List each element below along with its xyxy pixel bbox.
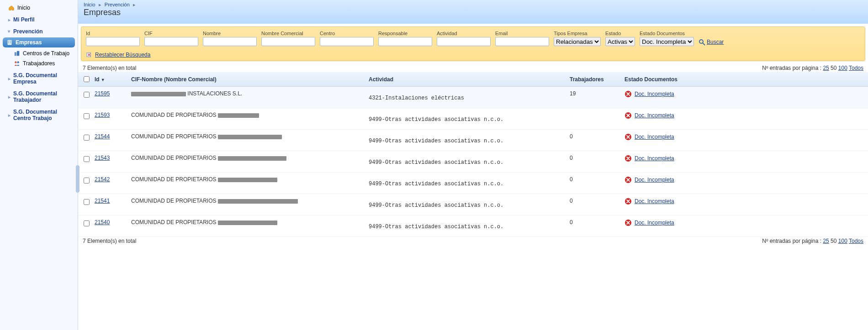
reset-search-link[interactable]: Restablecer Búsqueda — [95, 52, 150, 58]
row-estado-link[interactable]: Doc. Incompleta — [635, 155, 674, 162]
pager-50-b[interactable]: 50 — [831, 238, 836, 244]
error-icon — [625, 133, 632, 141]
row-id-link[interactable]: 21540 — [95, 219, 110, 225]
row-estado-link[interactable]: Doc. Incompleta — [635, 198, 674, 204]
search-estado-select[interactable]: Activas — [605, 37, 635, 46]
pager-todos[interactable]: Todos — [849, 65, 863, 71]
pager-25[interactable]: 25 — [823, 65, 829, 71]
pager-50[interactable]: 50 — [831, 65, 836, 71]
lbl-cif: CIF — [144, 31, 198, 36]
svg-point-9 — [699, 40, 703, 43]
error-icon — [625, 112, 632, 119]
header-trabajadores[interactable]: Trabajadores — [566, 72, 621, 87]
search-button[interactable]: Buscar — [699, 39, 724, 46]
row-checkbox[interactable] — [84, 199, 90, 205]
lbl-centro: Centro — [320, 31, 374, 36]
pager-todos-b[interactable]: Todos — [849, 238, 863, 244]
search-nombre-input[interactable] — [203, 37, 257, 46]
result-count-top: 7 Elemento(s) en total — [83, 65, 136, 71]
pager-label: Nº entradas por página : — [762, 65, 821, 71]
row-estado-link[interactable]: Doc. Incompleta — [635, 91, 674, 97]
svg-rect-11 — [87, 53, 91, 57]
search-estadodocs-select[interactable]: Doc. Incompleta — [640, 37, 694, 46]
search-email-input[interactable] — [495, 37, 549, 46]
row-id-link[interactable]: 21542 — [95, 176, 110, 183]
row-id-link[interactable]: 21544 — [95, 133, 110, 140]
sidebar-miperfil-label: Mi Perfil — [13, 16, 35, 23]
sidebar-prevencion-label: Prevención — [13, 28, 43, 35]
lbl-nombre: Nombre — [203, 31, 257, 36]
sidebar-item-mi-perfil[interactable]: ▸Mi Perfil — [0, 13, 78, 25]
pager-100-b[interactable]: 100 — [838, 238, 847, 244]
sidebar-item-empresas[interactable]: Empresas — [3, 37, 75, 47]
search-tipos-select[interactable]: Relacionadas — [554, 37, 601, 46]
sidebar-item-prevencion[interactable]: ▸Prevención — [0, 25, 78, 37]
svg-rect-0 — [8, 40, 12, 45]
results-table: Id▼ CIF-Nombre (Nombre Comercial) Activi… — [78, 72, 868, 237]
row-estado-link[interactable]: Doc. Incompleta — [635, 112, 674, 119]
header-actividad[interactable]: Actividad — [365, 72, 566, 87]
sidebar-item-centros[interactable]: Centros de Trabajo — [0, 48, 78, 58]
sidebar-item-trabajadores[interactable]: Trabajadores — [0, 58, 78, 68]
sidebar-sgcentro-label: S.G. Documental Centro Trabajo — [13, 109, 73, 121]
select-all-checkbox[interactable] — [84, 76, 90, 82]
row-checkbox[interactable] — [84, 156, 90, 162]
row-checkbox[interactable] — [84, 220, 90, 226]
search-cif-input[interactable] — [144, 37, 198, 46]
header-cif[interactable]: CIF-Nombre (Nombre Comercial) — [127, 72, 365, 87]
sidebar-trabajadores-label: Trabajadores — [23, 60, 55, 67]
row-estado-link[interactable]: Doc. Incompleta — [635, 220, 674, 226]
table-row: 21593 COMUNIDAD DE PROPIETARIOS 9499-Otr… — [78, 108, 868, 130]
row-id-link[interactable]: 21543 — [95, 155, 110, 161]
error-icon — [625, 176, 632, 183]
reset-icon — [86, 52, 92, 58]
sidebar-item-inicio[interactable]: Inicio — [0, 3, 78, 13]
search-responsable-input[interactable] — [378, 37, 432, 46]
svg-rect-5 — [15, 52, 16, 56]
row-checkbox[interactable] — [84, 113, 90, 119]
row-cif-name: COMUNIDAD DE PROPIETARIOS — [131, 198, 298, 204]
header-estado-docs[interactable]: Estado Documentos — [621, 72, 868, 87]
pager-label-b: Nº entradas por página : — [762, 238, 821, 244]
home-icon — [8, 5, 15, 11]
row-actividad: 9499-Otras actividades asociativas n.c.o… — [369, 133, 562, 144]
row-trabajadores: 0 — [570, 133, 573, 140]
row-estado-link[interactable]: Doc. Incompleta — [635, 177, 674, 183]
svg-point-8 — [17, 61, 19, 63]
row-id-link[interactable]: 21595 — [95, 90, 110, 97]
row-cif-name: COMUNIDAD DE PROPIETARIOS — [131, 133, 282, 140]
search-ncomercial-input[interactable] — [261, 37, 315, 46]
sidebar-item-sg-trabajador[interactable]: ▸S.G. Documental Trabajador — [0, 87, 78, 105]
search-centro-input[interactable] — [320, 37, 374, 46]
row-actividad: 9499-Otras actividades asociativas n.c.o… — [369, 219, 562, 230]
header-id[interactable]: Id▼ — [91, 72, 127, 87]
sidebar-item-sg-empresa[interactable]: ▸S.G. Documental Empresa — [0, 68, 78, 87]
table-row: 21595 INSTALACIONES S.L. 4321-Instalacio… — [78, 87, 868, 108]
search-actividad-input[interactable] — [437, 37, 491, 46]
breadcrumb-prevencion[interactable]: Prevención — [105, 2, 130, 7]
table-row: 21542 COMUNIDAD DE PROPIETARIOS 9499-Otr… — [78, 173, 868, 194]
summary-bar-top: 7 Elemento(s) en total Nº entradas por p… — [78, 64, 868, 72]
sidebar-item-sg-centro[interactable]: ▸S.G. Documental Centro Trabajo — [0, 105, 78, 123]
breadcrumb-sep: ▸ — [97, 2, 103, 7]
row-trabajadores: 0 — [570, 176, 573, 183]
row-id-link[interactable]: 21541 — [95, 198, 110, 204]
row-checkbox[interactable] — [84, 178, 90, 183]
pager-25-b[interactable]: 25 — [823, 238, 829, 244]
breadcrumb-inicio[interactable]: Inicio — [84, 2, 95, 7]
row-cif-name: COMUNIDAD DE PROPIETARIOS — [131, 155, 286, 161]
pager-bottom: Nº entradas por página : 25 50 100 Todos — [762, 238, 863, 244]
sidebar-sgtrabajador-label: S.G. Documental Trabajador — [13, 90, 73, 103]
sidebar-sgempresa-label: S.G. Documental Empresa — [13, 72, 73, 85]
search-id-input[interactable] — [86, 37, 140, 46]
row-checkbox[interactable] — [84, 92, 90, 98]
svg-point-7 — [15, 61, 16, 63]
row-checkbox[interactable] — [84, 135, 90, 141]
pager-100[interactable]: 100 — [838, 65, 847, 71]
sidebar-resize-handle[interactable] — [76, 165, 79, 193]
row-estado-link[interactable]: Doc. Incompleta — [635, 134, 674, 140]
row-id-link[interactable]: 21593 — [95, 112, 110, 118]
svg-rect-6 — [17, 51, 19, 56]
svg-rect-4 — [10, 42, 11, 43]
row-actividad: 9499-Otras actividades asociativas n.c.o… — [369, 176, 562, 187]
